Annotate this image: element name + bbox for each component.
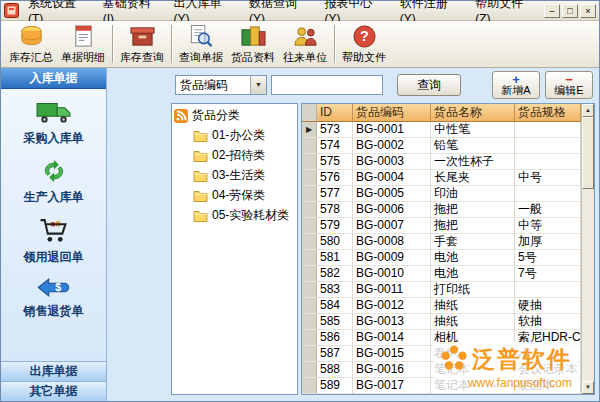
table-cell: 打印纸: [431, 282, 515, 298]
scrollbar-thumb[interactable]: [582, 117, 594, 189]
toolbar-button-2[interactable]: 单据明细: [57, 23, 109, 66]
field-selector-combo[interactable]: 货品编码 ▼: [175, 75, 267, 95]
row-selector[interactable]: [302, 154, 317, 170]
column-header-4[interactable]: 货品规格: [515, 104, 581, 122]
table-row[interactable]: 574BG-0002铅笔: [302, 138, 581, 154]
table-cell: 加厚: [515, 234, 581, 250]
scroll-up-icon[interactable]: ▲: [582, 104, 594, 117]
table-cell: 578: [317, 202, 353, 218]
table-row[interactable]: 584BG-0012抽纸硬抽: [302, 298, 581, 314]
row-selector[interactable]: [302, 138, 317, 154]
tree-node-4[interactable]: 04-劳保类: [174, 187, 295, 204]
table-cell: [515, 122, 581, 138]
row-selector[interactable]: [302, 170, 317, 186]
query-button[interactable]: 查询: [397, 74, 461, 96]
toolbar-button-label: 往来单位: [283, 50, 327, 65]
table-row[interactable]: 579BG-0007拖把中等: [302, 218, 581, 234]
row-selector[interactable]: [302, 330, 317, 346]
column-header-2[interactable]: 货品编码: [353, 104, 431, 122]
table-row[interactable]: 576BG-0004长尾夹中号: [302, 170, 581, 186]
row-selector[interactable]: [302, 346, 317, 362]
column-header-3[interactable]: 货品名称: [431, 104, 515, 122]
table-cell: BG-0003: [353, 154, 431, 170]
sidebar-item-2[interactable]: 生产入库单: [24, 158, 84, 206]
column-header-1[interactable]: ID: [317, 104, 353, 122]
sidebar-section-inbound[interactable]: 入库单据: [1, 68, 106, 89]
table-row[interactable]: 582BG-0010电池7号: [302, 266, 581, 282]
table-cell: 7号: [515, 266, 581, 282]
table-row[interactable]: 583BG-0011打印纸: [302, 282, 581, 298]
toolbar-button-1[interactable]: 库存汇总: [5, 23, 57, 66]
sidebar-section-other[interactable]: 其它单据: [1, 381, 106, 401]
tree-nodes: 01-办公类02-招待类03-生活类04-劳保类05-实验耗材类: [174, 127, 295, 224]
table-row[interactable]: 575BG-0003一次性杯子: [302, 154, 581, 170]
scroll-down-icon[interactable]: ▼: [582, 381, 594, 394]
minimize-button[interactable]: –: [544, 4, 560, 18]
close-button[interactable]: ×: [580, 4, 596, 18]
tree-node-label: 04-劳保类: [212, 187, 265, 204]
category-tree: 货品分类 01-办公类02-招待类03-生活类04-劳保类05-实验耗材类: [171, 103, 298, 395]
table-cell: 576: [317, 170, 353, 186]
row-selector[interactable]: [302, 314, 317, 330]
folder-icon: [193, 130, 208, 142]
maximize-button[interactable]: □: [562, 4, 578, 18]
table-cell: 580: [317, 234, 353, 250]
table-cell: 中号: [515, 170, 581, 186]
edit-button[interactable]: − 编辑E: [545, 71, 593, 99]
scrollbar-track[interactable]: [582, 117, 594, 381]
vertical-scrollbar[interactable]: ▲ ▼: [581, 104, 594, 394]
toolbar-button-5[interactable]: 货品资料: [227, 23, 279, 66]
tree-root-node[interactable]: 货品分类: [174, 107, 295, 124]
table-cell: BG-0002: [353, 138, 431, 154]
table-header-row: ID货品编码货品名称货品规格: [302, 104, 581, 122]
sidebar-item-4[interactable]: $销售退货单: [24, 277, 84, 320]
toolbar-button-4[interactable]: 查询单据: [175, 23, 227, 66]
row-selector[interactable]: [302, 298, 317, 314]
table-row[interactable]: 578BG-0006拖把一般: [302, 202, 581, 218]
help-icon: ?: [352, 24, 377, 49]
sidebar-item-1[interactable]: 采购入库单: [24, 99, 84, 147]
row-selector[interactable]: [302, 234, 317, 250]
toolbar-button-7[interactable]: ?帮助文件: [338, 23, 390, 66]
chevron-down-icon[interactable]: ▼: [250, 76, 266, 94]
toolbar-button-label: 库存汇总: [9, 50, 53, 65]
toolbar: 库存汇总单据明细库存查询查询单据货品资料往来单位?帮助文件: [1, 21, 599, 68]
header-selector-cell: [302, 104, 317, 122]
row-selector[interactable]: [302, 218, 317, 234]
tree-node-1[interactable]: 01-办公类: [174, 127, 295, 144]
tree-node-5[interactable]: 05-实验耗材类: [174, 207, 295, 224]
row-selector[interactable]: [302, 266, 317, 282]
table-row[interactable]: 580BG-0008手套加厚: [302, 234, 581, 250]
recycle-icon: [38, 158, 70, 187]
row-selector[interactable]: [302, 378, 317, 394]
edit-button-label: 编辑E: [554, 85, 583, 96]
table-row[interactable]: 577BG-0005印油: [302, 186, 581, 202]
table-row[interactable]: 581BG-0009电池5号: [302, 250, 581, 266]
tree-node-label: 01-办公类: [212, 127, 265, 144]
tree-node-2[interactable]: 02-招待类: [174, 147, 295, 164]
toolbar-button-6[interactable]: 往来单位: [279, 23, 331, 66]
table-cell: 一般: [515, 202, 581, 218]
row-selector[interactable]: [302, 282, 317, 298]
toolbar-button-label: 单据明细: [61, 50, 105, 65]
search-input[interactable]: [271, 75, 383, 95]
add-button[interactable]: + 新增A: [492, 71, 540, 99]
table-cell: 铅笔: [431, 138, 515, 154]
folder-icon: [193, 210, 208, 222]
sidebar-item-3[interactable]: 领用退回单: [24, 217, 84, 266]
table-cell: 拖把: [431, 218, 515, 234]
row-selector[interactable]: [302, 202, 317, 218]
tree-node-3[interactable]: 03-生活类: [174, 167, 295, 184]
row-selector[interactable]: [302, 250, 317, 266]
table-cell: BG-0001: [353, 122, 431, 138]
toolbar-separator: [171, 25, 172, 63]
table-row[interactable]: ▶573BG-0001中性笔: [302, 122, 581, 138]
combo-selected-value: 货品编码: [176, 77, 250, 94]
row-selector[interactable]: [302, 186, 317, 202]
row-selector[interactable]: [302, 362, 317, 378]
sidebar-section-outbound[interactable]: 出库单据: [1, 361, 106, 381]
toolbar-button-3[interactable]: 库存查询: [116, 23, 168, 66]
table-row[interactable]: 585BG-0013抽纸软抽: [302, 314, 581, 330]
table-cell: 581: [317, 250, 353, 266]
row-selector[interactable]: ▶: [302, 122, 317, 138]
